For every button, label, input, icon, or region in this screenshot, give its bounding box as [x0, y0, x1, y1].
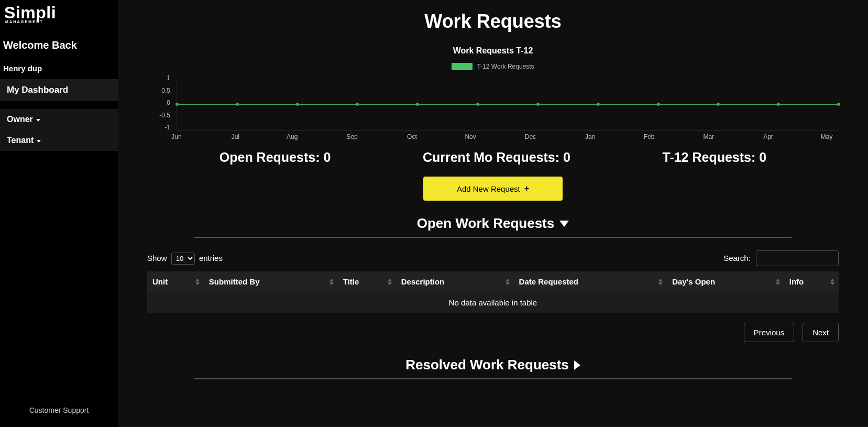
nav-label: Tenant	[7, 136, 34, 145]
nav-item-owner[interactable]: Owner	[0, 109, 118, 130]
brand-name: Simpli	[0, 0, 118, 21]
y-axis: 1 0.5 0 -0.5 -1	[147, 74, 173, 131]
chevron-down-icon	[37, 140, 41, 143]
chart-point	[657, 103, 660, 106]
chart-point	[356, 103, 359, 106]
logo: Simpli MANAGEMENT	[0, 0, 118, 24]
chart-point	[777, 103, 780, 106]
table-row-empty: No data available in table	[147, 292, 839, 313]
stat-label: T-12 Requests:	[663, 150, 756, 165]
page-title: Work Requests	[131, 10, 854, 32]
xtick: Jul	[232, 133, 239, 143]
open-requests-table: Unit Submitted By Title Description Date…	[147, 271, 839, 313]
col-title[interactable]: Title	[338, 271, 396, 292]
resolved-requests-toggle[interactable]: Resolved Work Requests	[131, 357, 854, 373]
col-info[interactable]: Info	[784, 271, 839, 292]
chart-point	[717, 103, 720, 106]
chart-point	[416, 103, 419, 106]
add-button-label: Add New Request	[457, 184, 520, 193]
ytick: -1	[147, 124, 170, 131]
xtick: Mar	[703, 133, 714, 143]
sort-icon	[388, 279, 392, 285]
sort-icon	[776, 279, 780, 285]
x-axis: Jun Jul Aug Sep Oct Nov Dec Jan Feb Mar …	[177, 133, 839, 143]
col-submitted-by[interactable]: Submitted By	[204, 271, 338, 292]
nav-label: My Dashboard	[7, 85, 68, 95]
show-suffix: entries	[199, 254, 223, 262]
sort-icon	[506, 279, 510, 285]
username: Henry dup	[0, 56, 118, 79]
chevron-down-icon	[36, 119, 40, 122]
divider	[194, 237, 792, 238]
search-control: Search:	[723, 250, 839, 266]
chart-point	[476, 103, 479, 106]
section-title: Open Work Requests	[417, 215, 554, 232]
add-request-button[interactable]: Add New Request +	[423, 177, 563, 201]
xtick: Aug	[287, 133, 298, 143]
stats-row: Open Requests: 0 Current Mo Requests: 0 …	[173, 150, 812, 165]
prev-button[interactable]: Previous	[744, 323, 794, 342]
col-description[interactable]: Description	[396, 271, 514, 292]
pagination: Previous Next	[131, 323, 839, 342]
stat-label: Current Mo Requests:	[423, 150, 559, 165]
stat-value: 0	[323, 150, 331, 165]
chart-point	[536, 103, 540, 106]
stat-current: Current Mo Requests: 0	[423, 150, 570, 165]
sort-icon	[195, 279, 200, 285]
open-requests-toggle[interactable]: Open Work Requests	[131, 215, 854, 232]
sort-icon	[658, 279, 663, 285]
nav: My Dashboard Owner Tenant	[0, 79, 118, 151]
xtick: May	[821, 133, 833, 143]
chart-point	[236, 103, 239, 106]
show-prefix: Show	[147, 254, 167, 262]
chart-point	[296, 103, 299, 106]
chart-legend: T-12 Work Requests	[131, 63, 854, 70]
search-label: Search:	[723, 254, 751, 262]
empty-text: No data available in table	[147, 292, 839, 313]
customer-support-link[interactable]: Customer Support	[0, 399, 118, 427]
col-unit[interactable]: Unit	[147, 271, 204, 292]
chart-point	[597, 103, 600, 106]
welcome-text: Welcome Back	[0, 24, 118, 56]
sort-icon	[329, 279, 334, 285]
length-select[interactable]: 10	[171, 253, 195, 265]
chart: 1 0.5 0 -0.5 -1 Jun Jul Aug Sep Oct Nov …	[147, 74, 839, 143]
next-button[interactable]: Next	[803, 323, 839, 342]
xtick: Jun	[171, 133, 181, 143]
nav-item-tenant[interactable]: Tenant	[0, 130, 118, 151]
xtick: Nov	[465, 133, 476, 143]
brand-subtitle: MANAGEMENT	[0, 20, 118, 24]
search-input[interactable]	[756, 250, 839, 266]
sort-icon	[830, 279, 834, 285]
ytick: 1	[147, 74, 170, 82]
stat-value: 0	[563, 150, 570, 165]
xtick: Apr	[763, 133, 773, 143]
stat-label: Open Requests:	[219, 150, 320, 165]
xtick: Oct	[407, 133, 417, 143]
caret-down-icon	[559, 221, 569, 227]
legend-label: T-12 Work Requests	[477, 63, 534, 70]
divider	[194, 378, 792, 379]
nav-item-dashboard[interactable]: My Dashboard	[0, 79, 118, 101]
col-date-requested[interactable]: Date Requested	[514, 271, 667, 292]
section-title: Resolved Work Requests	[405, 357, 569, 373]
caret-right-icon	[574, 360, 580, 370]
xtick: Feb	[644, 133, 655, 143]
plot-area	[177, 78, 839, 131]
xtick: Dec	[525, 133, 536, 143]
main-content: Work Requests Work Requests T-12 T-12 Wo…	[118, 0, 868, 427]
sidebar: Simpli MANAGEMENT Welcome Back Henry dup…	[0, 0, 118, 427]
chart-line	[177, 104, 839, 105]
stat-t12: T-12 Requests: 0	[663, 150, 767, 165]
nav-label: Owner	[7, 115, 33, 124]
xtick: Jan	[585, 133, 595, 143]
ytick: -0.5	[147, 112, 170, 119]
length-control: Show 10 entries	[147, 253, 223, 265]
col-days-open[interactable]: Day's Open	[667, 271, 784, 292]
stat-value: 0	[759, 150, 766, 165]
ytick: 0.5	[147, 87, 170, 94]
chart-title: Work Requests T-12	[131, 46, 854, 56]
chart-point	[175, 103, 179, 106]
xtick: Sep	[346, 133, 357, 143]
chart-point	[837, 103, 840, 106]
